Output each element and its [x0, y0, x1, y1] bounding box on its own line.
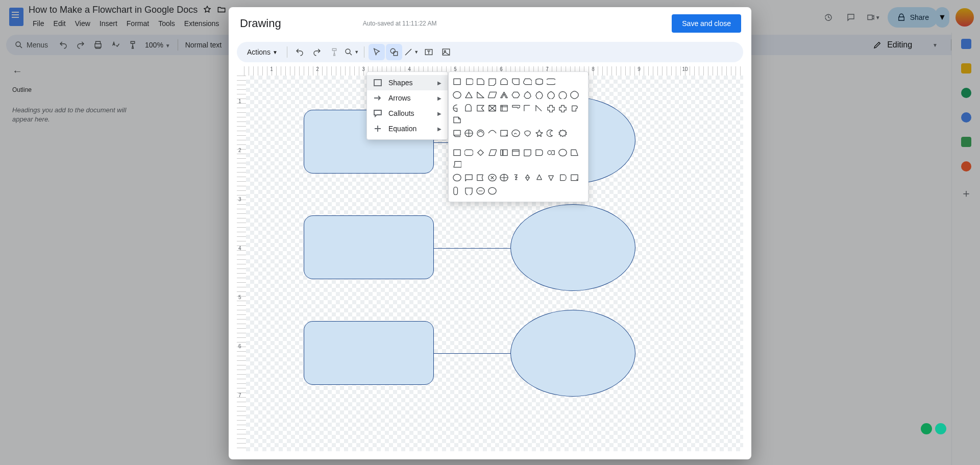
shape-option[interactable]: [522, 172, 533, 183]
shape-option[interactable]: [487, 172, 498, 183]
shape-option[interactable]: [452, 159, 462, 169]
zoom-tool[interactable]: ▼: [344, 44, 360, 60]
shape-option[interactable]: [452, 89, 462, 100]
shape-option[interactable]: [463, 76, 474, 87]
shape-option[interactable]: [534, 76, 545, 87]
shape-option[interactable]: [510, 89, 521, 100]
flowchart-rect[interactable]: [304, 321, 434, 385]
shape-option[interactable]: [475, 76, 486, 87]
shape-option[interactable]: [534, 147, 545, 158]
plus-icon: [373, 124, 382, 133]
flowchart-ellipse[interactable]: [510, 310, 635, 397]
shape-option[interactable]: [463, 147, 474, 158]
shape-option[interactable]: [487, 76, 498, 87]
shape-option[interactable]: [499, 103, 509, 113]
shape-option[interactable]: [487, 103, 498, 113]
shape-option[interactable]: [510, 147, 521, 158]
shape-option[interactable]: [499, 76, 509, 87]
shape-option[interactable]: [522, 128, 533, 138]
flowchart-connector[interactable]: [434, 248, 510, 249]
flowchart-rect[interactable]: [304, 215, 434, 279]
shape-option[interactable]: [522, 76, 533, 87]
shape-option[interactable]: [510, 172, 521, 183]
shape-option[interactable]: [546, 103, 556, 113]
image-tool[interactable]: [438, 44, 454, 60]
shape-option[interactable]: [522, 103, 533, 113]
flowchart-connector[interactable]: [434, 353, 510, 354]
shape-option[interactable]: [569, 172, 580, 183]
svg-rect-3: [394, 52, 398, 56]
shape-option[interactable]: [463, 185, 474, 196]
shape-option[interactable]: [487, 128, 498, 138]
redo-button[interactable]: [309, 44, 325, 60]
shape-option[interactable]: [569, 89, 580, 100]
shape-option[interactable]: [569, 103, 580, 113]
shape-option[interactable]: [487, 185, 498, 196]
shape-option[interactable]: [557, 89, 568, 100]
shape-option[interactable]: [475, 147, 486, 158]
extension-badge-icon[interactable]: [935, 423, 946, 434]
menu-item-arrows[interactable]: Arrows▶: [367, 90, 448, 106]
shape-option[interactable]: [463, 128, 474, 138]
shape-option[interactable]: [463, 103, 474, 113]
vertical-ruler: 1234567: [237, 76, 246, 451]
shape-option[interactable]: [463, 172, 474, 183]
shape-option[interactable]: [510, 76, 521, 87]
ruler-tick: 6: [238, 344, 241, 349]
line-tool[interactable]: ▼: [403, 44, 420, 60]
shape-option[interactable]: [557, 147, 568, 158]
ruler-tick: 2: [238, 148, 241, 153]
shape-option[interactable]: [487, 89, 498, 100]
shape-option[interactable]: [452, 185, 462, 196]
shape-option[interactable]: [546, 76, 556, 87]
actions-menu[interactable]: Actions▼: [242, 48, 283, 56]
shape-option[interactable]: [499, 89, 509, 100]
shape-option[interactable]: [487, 147, 498, 158]
shape-option[interactable]: [499, 172, 509, 183]
shape-option[interactable]: [546, 147, 556, 158]
shape-option[interactable]: [475, 128, 486, 138]
menu-item-shapes[interactable]: Shapes▶: [367, 75, 448, 90]
undo-button[interactable]: [291, 44, 308, 60]
shape-option[interactable]: [475, 89, 486, 100]
shape-option[interactable]: [452, 76, 462, 87]
shape-option[interactable]: [557, 128, 568, 138]
ruler-tick: 3: [238, 197, 241, 202]
shape-option[interactable]: [499, 128, 509, 138]
shape-option[interactable]: [510, 128, 521, 138]
shape-option[interactable]: [534, 89, 545, 100]
shape-tool[interactable]: [386, 44, 402, 60]
shape-option[interactable]: [522, 89, 533, 100]
shape-option[interactable]: [534, 172, 545, 183]
shape-option[interactable]: [475, 172, 486, 183]
shape-option[interactable]: [463, 89, 474, 100]
textbox-tool[interactable]: [421, 44, 437, 60]
ruler-tick: 7: [238, 393, 241, 398]
shape-option[interactable]: [452, 172, 462, 183]
shape-option[interactable]: [452, 114, 462, 125]
shape-option[interactable]: [546, 172, 556, 183]
shape-option[interactable]: [534, 128, 545, 138]
shape-option[interactable]: [452, 147, 462, 158]
shape-option[interactable]: [452, 128, 462, 138]
shape-option[interactable]: [546, 89, 556, 100]
shape-option[interactable]: [557, 172, 568, 183]
shape-option[interactable]: [522, 147, 533, 158]
shape-option[interactable]: [569, 147, 580, 158]
select-tool[interactable]: [369, 44, 385, 60]
menu-item-callouts[interactable]: Callouts▶: [367, 106, 448, 121]
paint-format-button[interactable]: [326, 44, 342, 60]
svg-rect-7: [374, 80, 381, 86]
shape-option[interactable]: [546, 128, 556, 138]
flowchart-ellipse[interactable]: [510, 204, 635, 291]
shape-option[interactable]: [475, 185, 486, 196]
save-and-close-button[interactable]: Save and close: [672, 14, 741, 33]
shape-option[interactable]: [452, 103, 462, 113]
shape-option[interactable]: [475, 103, 486, 113]
menu-item-equation[interactable]: Equation▶: [367, 121, 448, 136]
shape-option[interactable]: [499, 147, 509, 158]
grammarly-badge-icon[interactable]: [921, 423, 932, 434]
shape-option[interactable]: [510, 103, 521, 113]
shape-option[interactable]: [534, 103, 545, 113]
shape-option[interactable]: [557, 103, 568, 113]
